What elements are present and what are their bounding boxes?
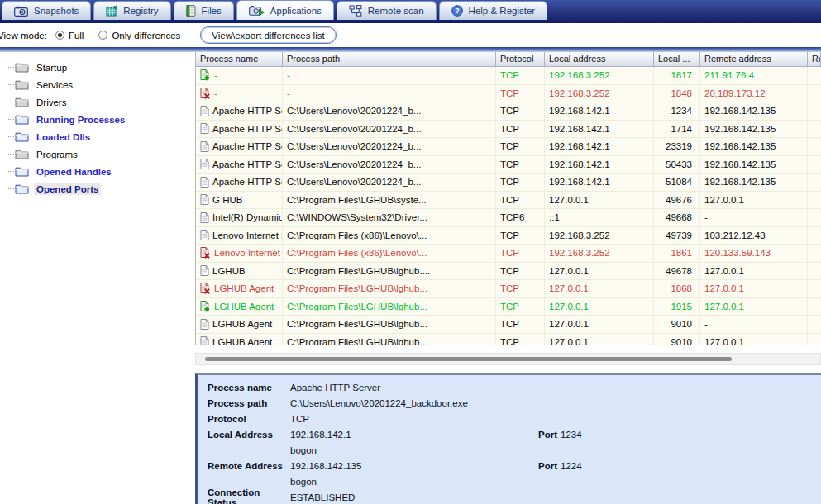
radio-icon[interactable] [98,31,107,40]
tab-applications[interactable]: Applications [236,0,334,20]
cell-protocol: TCP [496,138,545,155]
cell-local-address: 127.0.0.1 [545,192,654,209]
table-row[interactable]: Apache HTTP Ser... C:\Users\Lenovo\20201… [196,174,821,192]
cell-protocol: TCP [496,245,545,262]
cell-remote-port [808,227,821,245]
folder-gray-icon [15,79,29,90]
cell-local-port: 1817 [654,67,700,84]
cell-local-port: 23319 [654,138,700,155]
tab-files[interactable]: Files [174,1,234,20]
cell-process-name: LGHUB Agent [196,280,283,297]
doc-added-icon [200,301,211,312]
table-row[interactable]: - - TCP 192.168.3.252 1817 211.91.76.4 [196,67,821,85]
detail-port-value: 1234 [561,430,582,440]
sidebar-item-programs[interactable]: Programs [0,145,189,163]
tree-item-label: Opened Handles [34,166,114,178]
sidebar-item-drivers[interactable]: Drivers [0,93,189,111]
table-row[interactable]: Intel(R) Dynamic A... C:\WINDOWS\System3… [196,209,821,227]
table-header-row: Process nameProcess pathProtocolLocal ad… [196,52,821,67]
tab-help-register[interactable]: ? Help & Register [439,1,548,20]
sidebar-item-loaded-dlls[interactable]: Loaded Dlls [0,128,189,145]
cell-remote-address: 192.168.142.135 [700,174,808,191]
table-row[interactable]: Apache HTTP Ser... C:\Users\Lenovo\20201… [196,121,821,139]
cell-local-port: 49739 [654,227,700,245]
horizontal-scrollbar[interactable] [195,353,821,365]
column-header-local[interactable]: Local ... [654,52,700,67]
table-row[interactable]: Apache HTTP Ser... C:\Users\Lenovo\20201… [196,156,821,174]
table-row[interactable]: Apache HTTP Ser... C:\Users\Lenovo\20201… [196,102,821,121]
cell-local-address: 127.0.0.1 [545,280,654,297]
cell-protocol: TCP [496,192,545,209]
folder-blue-icon [15,131,29,142]
cell-local-port: 1861 [654,245,700,262]
cell-process-path: C:\Program Files\LGHUB\syste... [283,192,496,209]
table-row[interactable]: Lenovo Internet S... C:\Program Files (x… [196,245,821,263]
scrollbar-thumb[interactable] [205,357,732,361]
tab-label: Help & Register [469,6,536,16]
sidebar-item-services[interactable]: Services [0,76,189,93]
cell-remote-address: - [700,316,808,333]
radio-only-differences[interactable]: Only differences [98,31,180,40]
toolbar: View mode: Full Only differences View\ex… [0,23,821,47]
cell-local-address: 192.168.142.1 [545,102,654,120]
detail-value: ESTABLISHED [290,492,538,502]
cell-remote-port [808,298,821,316]
cell-local-address: 192.168.3.252 [545,67,654,84]
cell-process-path: C:\Program Files\LGHUB\lghub... [283,316,496,333]
doc-icon [200,212,209,223]
column-header-protocol[interactable]: Protocol [496,52,545,67]
table-row[interactable]: LGHUB Agent C:\Program Files\LGHUB\lghub… [196,280,821,298]
sidebar-item-opened-handles[interactable]: Opened Handles [0,163,189,180]
tree-item-label: Startup [34,62,69,74]
cell-local-address: 127.0.0.1 [545,263,654,280]
cell-protocol: TCP [496,102,545,120]
sidebar-item-opened-ports[interactable]: Opened Ports [0,180,189,197]
sidebar-item-running-processes[interactable]: Running Processes [0,111,189,128]
sidebar-item-startup[interactable]: Startup [0,59,189,76]
detail-label: Protocol [208,414,290,424]
tab-snapshots[interactable]: Snapshots [2,1,91,20]
cell-protocol: TCP [496,121,545,138]
table-row[interactable]: Lenovo Internet S... C:\Program Files (x… [196,227,821,245]
detail-row: bogon [208,442,821,458]
column-header-re[interactable]: Re [808,52,821,67]
tab-remote-scan[interactable]: Remote scan [337,1,437,20]
table-row[interactable]: - - TCP 192.168.3.252 1848 20.189.173.12 [196,85,821,103]
column-header-remote-address[interactable]: Remote address [700,52,808,67]
table-row[interactable]: Apache HTTP Ser... C:\Users\Lenovo\20201… [196,138,821,156]
detail-label: Process path [208,398,290,408]
tab-label: Snapshots [34,6,79,16]
column-header-local-address[interactable]: Local address [545,52,654,67]
table-row[interactable]: LGHUB Agent C:\Program Files\LGHUB\lghub… [196,316,821,334]
detail-row: Protocol TCP [208,411,821,426]
table-row[interactable]: G HUB C:\Program Files\LGHUB\syste... TC… [196,192,821,210]
tab-label: Remote scan [368,6,424,16]
table-row[interactable]: LGHUB Agent C:\Program Files\LGHUB\lghub… [196,298,821,316]
view-export-differences-button[interactable]: View\export differences list [200,26,336,44]
folder-blue-icon [15,183,29,194]
cell-process-name: Lenovo Internet S... [196,227,283,245]
remote-scan-icon [349,5,362,17]
table-body: - - TCP 192.168.3.252 1817 211.91.76.4 -… [196,67,821,345]
cell-process-path: C:\Program Files (x86)\Lenovo\... [283,245,496,262]
column-header-process-path[interactable]: Process path [283,52,496,67]
cell-process-path: C:\Users\Lenovo\20201224_b... [283,156,496,174]
cell-process-name: Apache HTTP Ser... [196,156,283,174]
column-header-process-name[interactable]: Process name [196,52,283,67]
doc-icon [200,141,209,152]
svg-text:?: ? [455,6,460,15]
tab-registry[interactable]: Registry [93,1,170,20]
table-row[interactable]: LGHUB Agent C:\Program Files\LGHUB\lghub… [196,334,821,345]
table-row[interactable]: LGHUB C:\Program Files\LGHUB\lghub.... T… [196,263,821,281]
tree-item-label: Drivers [34,97,69,108]
cell-local-port: 1714 [654,121,700,138]
cell-process-name: Apache HTTP Ser... [196,121,283,138]
cell-protocol: TCP [496,334,545,345]
cell-process-path: C:\Users\Lenovo\20201224_b... [283,121,496,138]
radio-icon[interactable] [55,31,64,40]
cell-process-name: LGHUB Agent [196,316,283,333]
doc-icon [200,319,209,330]
detail-port-label: Port [538,430,557,440]
radio-full[interactable]: Full [55,31,84,40]
cell-local-port: 9010 [654,316,700,333]
